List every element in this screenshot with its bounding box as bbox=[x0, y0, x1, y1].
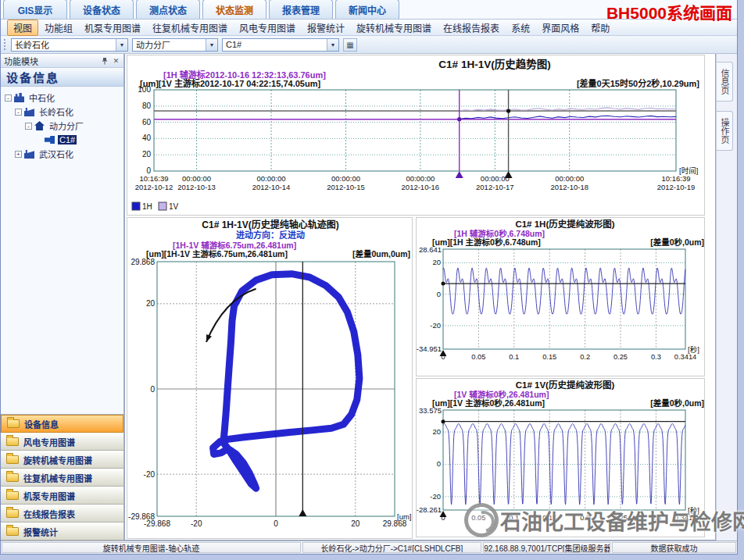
svg-text:0.15: 0.15 bbox=[542, 514, 556, 522]
top-tab-2[interactable]: 测点状态 bbox=[136, 0, 200, 19]
tree-item-1[interactable]: -长岭石化 bbox=[2, 105, 122, 119]
close-icon[interactable]: ✕ bbox=[112, 56, 120, 65]
svg-text:10:16:39: 10:16:39 bbox=[140, 174, 169, 183]
folder-icon bbox=[6, 473, 19, 482]
menu-item-7[interactable]: 在线报告报表 bbox=[438, 20, 505, 35]
svg-text:0: 0 bbox=[437, 460, 441, 469]
svg-text:0.25: 0.25 bbox=[613, 353, 628, 361]
sidebar-nav-2[interactable]: 旋转机械专用图谱 bbox=[1, 451, 123, 469]
side-tab-1[interactable]: 操作页 bbox=[717, 111, 733, 151]
sidebar-nav-3[interactable]: 往复机械专用图谱 bbox=[1, 469, 123, 487]
sidebar-nav-5[interactable]: 在线报告报表 bbox=[1, 505, 123, 523]
tree-item-4[interactable]: +武汉石化 bbox=[2, 147, 122, 161]
top-tab-3[interactable]: 状态监测 bbox=[202, 0, 266, 19]
svg-text:2012-10-15: 2012-10-15 bbox=[327, 183, 365, 191]
tree-expander-icon[interactable]: - bbox=[25, 123, 32, 130]
svg-text:1H: 1H bbox=[142, 202, 152, 211]
sidebar-nav-4[interactable]: 机泵专用图谱 bbox=[1, 487, 123, 505]
menu-item-5[interactable]: 报警统计 bbox=[302, 20, 350, 35]
chevron-down-icon[interactable]: ▼ bbox=[116, 39, 127, 51]
svg-text:[um][1V 主游标2012-10-17 04:22:15: [um][1V 主游标2012-10-17 04:22:15,74.05um] bbox=[140, 78, 320, 88]
svg-text:C1# 1V(历史提纯波形图): C1# 1V(历史提纯波形图) bbox=[516, 380, 615, 390]
folder-icon bbox=[6, 527, 19, 536]
svg-text:0.1: 0.1 bbox=[509, 353, 519, 361]
svg-text:20: 20 bbox=[432, 258, 441, 266]
plant-icon bbox=[34, 121, 45, 130]
nav-button-label: 报警统计 bbox=[23, 526, 58, 538]
menu-item-8[interactable]: 系统 bbox=[506, 20, 535, 35]
toolbar-extra-button[interactable]: ▦ bbox=[343, 38, 357, 52]
trend-chart[interactable]: C1# 1H-1V(历史趋势图)[1H 辅游标2012-10-16 12:32:… bbox=[127, 55, 705, 216]
sidebar-nav-1[interactable]: 风电专用图谱 bbox=[1, 433, 123, 451]
waveform-1v-chart[interactable]: C1# 1V(历史提纯波形图)[1V 辅游标0秒,26.481um][um][1… bbox=[416, 378, 705, 537]
menu-item-0[interactable]: 视图 bbox=[7, 20, 38, 36]
svg-text:0.2: 0.2 bbox=[580, 514, 590, 522]
menu-item-9[interactable]: 界面风格 bbox=[536, 20, 585, 35]
svg-text:20: 20 bbox=[351, 519, 360, 528]
svg-text:C1# 1H-1V(历史趋势图): C1# 1H-1V(历史趋势图) bbox=[438, 58, 550, 70]
top-tab-0[interactable]: GIS显示 bbox=[3, 0, 67, 19]
svg-text:80: 80 bbox=[142, 102, 152, 110]
chart-area: C1# 1H-1V(历史趋势图)[1H 辅游标2012-10-16 12:32:… bbox=[124, 54, 716, 540]
machine-icon bbox=[45, 135, 55, 144]
menu-item-3[interactable]: 往复机械专用图谱 bbox=[147, 20, 233, 35]
menu-item-1[interactable]: 功能组 bbox=[39, 20, 78, 35]
folder-icon bbox=[6, 491, 19, 500]
svg-text:2012-10-19: 2012-10-19 bbox=[657, 183, 696, 191]
top-tab-5[interactable]: 新闻中心 bbox=[335, 0, 399, 19]
menu-item-2[interactable]: 机泵专用图谱 bbox=[79, 20, 146, 35]
tree-item-0[interactable]: -中石化 bbox=[2, 91, 122, 105]
org-icon bbox=[14, 93, 24, 102]
svg-text:0: 0 bbox=[150, 385, 155, 394]
sidebar-nav-0[interactable]: 设备信息 bbox=[1, 415, 123, 433]
nav-button-label: 风电专用图谱 bbox=[23, 436, 75, 448]
svg-text:-29.868: -29.868 bbox=[128, 512, 155, 521]
branch-select[interactable]: 动力分厂 ▼ bbox=[132, 38, 218, 52]
svg-text:0.3414: 0.3414 bbox=[674, 353, 696, 361]
sidebar-nav-buttons: 设备信息风电专用图谱旋转机械专用图谱往复机械专用图谱机泵专用图谱在线报告报表报警… bbox=[1, 414, 123, 540]
svg-text:20: 20 bbox=[432, 427, 441, 436]
right-tab-strip: 信息页操作页 bbox=[716, 54, 737, 540]
svg-text:00:00:00: 00:00:00 bbox=[481, 174, 510, 183]
svg-text:-20: -20 bbox=[144, 470, 156, 479]
tree-expander-icon[interactable]: - bbox=[5, 95, 12, 102]
orbit-chart[interactable]: C1# 1H-1V(历史提纯轴心轨迹图)进动方向：反进动[1H-1V 辅游标6.… bbox=[127, 217, 413, 539]
panel-title: 功能模块 bbox=[4, 55, 38, 67]
tree-item-label: 武汉石化 bbox=[38, 148, 75, 160]
svg-text:0.3: 0.3 bbox=[651, 514, 661, 522]
tree-item-3[interactable]: C1# bbox=[2, 133, 122, 147]
svg-text:00:00:00: 00:00:00 bbox=[182, 174, 211, 183]
top-tab-4[interactable]: 报表管理 bbox=[269, 0, 333, 19]
tree-item-2[interactable]: -动力分厂 bbox=[2, 119, 122, 133]
svg-text:-20: -20 bbox=[430, 321, 441, 330]
svg-text:1V: 1V bbox=[169, 202, 179, 211]
svg-text:0.3414: 0.3414 bbox=[674, 514, 696, 522]
menu-item-4[interactable]: 风电专用图谱 bbox=[234, 20, 301, 35]
svg-text:00:00:00: 00:00:00 bbox=[257, 174, 286, 183]
chevron-down-icon[interactable]: ▼ bbox=[327, 39, 338, 51]
menu-item-6[interactable]: 旋转机械专用图谱 bbox=[351, 20, 437, 35]
tree-expander-icon[interactable]: - bbox=[15, 109, 22, 116]
plant-select[interactable]: 长岭石化 ▼ bbox=[11, 38, 128, 52]
tree-expander-icon[interactable]: + bbox=[15, 151, 22, 158]
chevron-down-icon[interactable]: ▼ bbox=[206, 39, 217, 51]
svg-text:29.868: 29.868 bbox=[131, 258, 155, 266]
svg-text:2012-10-13: 2012-10-13 bbox=[177, 183, 216, 191]
side-tab-0[interactable]: 信息页 bbox=[717, 62, 733, 102]
branch-select-value: 动力分厂 bbox=[133, 38, 206, 51]
pin-icon[interactable] bbox=[100, 56, 109, 65]
top-tabs: GIS显示设备状态测点状态状态监测报表管理新闻中心 bbox=[3, 0, 402, 19]
svg-text:进动方向：反进动: 进动方向：反进动 bbox=[236, 230, 305, 240]
sidebar-nav-6[interactable]: 报警统计 bbox=[1, 523, 123, 540]
svg-text:2012-10-17: 2012-10-17 bbox=[476, 183, 514, 191]
svg-text:0.15: 0.15 bbox=[542, 353, 556, 361]
plant-select-value: 长岭石化 bbox=[12, 38, 116, 51]
machine-select[interactable]: C1# ▼ bbox=[222, 38, 339, 52]
top-tab-1[interactable]: 设备状态 bbox=[70, 0, 134, 19]
svg-text:20: 20 bbox=[146, 299, 156, 308]
svg-text:[um][1H-1V 主游标6.75um,26.481um]: [um][1H-1V 主游标6.75um,26.481um] bbox=[146, 249, 288, 259]
svg-text:[差量0秒,0um]: [差量0秒,0um] bbox=[650, 398, 704, 408]
nav-button-label: 机泵专用图谱 bbox=[23, 490, 75, 502]
waveform-1h-chart[interactable]: C1# 1H(历史提纯波形图)[1H 辅游标0秒,6.748um][um][1H… bbox=[416, 217, 705, 376]
svg-text:00:00:00: 00:00:00 bbox=[331, 174, 360, 183]
